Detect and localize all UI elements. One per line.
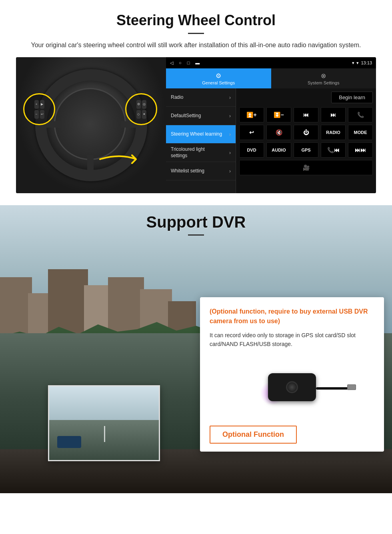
recents-icon: □ [187,60,190,66]
steering-composite: + ▶ − ↩ ⚙ ◎ ◇ ✦ [16,57,376,193]
menu-area: Radio › DefaultSetting › Steering Wheel … [166,88,376,193]
chevron-right-icon: › [229,113,231,119]
chevron-right-icon: › [229,95,231,100]
android-panel: ◁ ○ □ ▬ ▾ ▾ 13:13 ⚙ General Settings [166,57,376,193]
ctrl-power[interactable]: ⏻ [294,125,318,140]
menu-default-label: DefaultSetting [171,113,201,119]
dvr-desc-text: It can record video only to storage in G… [210,331,374,349]
menu-item-default-setting[interactable]: DefaultSetting › [166,107,236,125]
menu-whitelist-label: Whitelist setting [171,168,204,174]
back-icon: ◁ [170,60,173,66]
sw-btn-minus: − [34,110,39,119]
ctrl-hangup[interactable]: ↩ [239,125,264,140]
sw-btn-mode: ▶ [40,100,44,109]
signal-icon: ▾ [352,60,354,66]
section-subtitle: Your original car's steering wheel contr… [24,40,368,50]
menu-radio-label: Radio [171,94,183,101]
section-steering: Steering Wheel Control Your original car… [0,0,392,193]
begin-learn-button[interactable]: Begin learn [331,92,373,103]
sw-btn-phone: ↩ [40,110,44,119]
usb-plug [347,384,356,390]
dvr-title-divider [188,234,204,236]
android-tabs: ⚙ General Settings ⊗ System Settings [166,68,376,88]
menu-item-radio[interactable]: Radio › [166,88,236,107]
sw-btn-r2: ◎ [142,100,146,109]
menu-list: Radio › DefaultSetting › Steering Wheel … [166,88,236,193]
sw-btn-r1: ⚙ [136,100,141,109]
camera-body [268,373,316,401]
wifi-icon: ▾ [356,60,359,66]
optional-function-button[interactable]: Optional Function [210,426,297,444]
android-statusbar: ◁ ○ □ ▬ ▾ ▾ 13:13 [166,57,376,68]
statusbar-icons: ▾ ▾ 13:13 [352,60,372,66]
ctrl-mute[interactable]: 🔇 [266,125,291,140]
steering-photo: + ▶ − ↩ ⚙ ◎ ◇ ✦ [16,57,166,193]
ctrl-mode[interactable]: MODE [348,125,373,140]
menu-icon: ▬ [195,60,200,66]
sw-circle-left: + ▶ − ↩ [23,93,55,125]
sw-background: + ▶ − ↩ ⚙ ◎ ◇ ✦ [16,57,166,193]
camera-assembly [268,373,316,401]
statusbar-nav: ◁ ○ □ ▬ [170,60,200,66]
control-row-3: DVD AUDIO GPS 📞⏮ ⏭⏭ [239,142,373,158]
ctrl-phone-prev[interactable]: 📞⏮ [321,142,346,158]
ctrl-phone[interactable]: 📞 [348,107,373,122]
menu-item-whitelist[interactable]: Whitelist setting › [166,162,236,180]
chevron-right-icon: › [229,168,231,174]
sw-btn-r4: ✦ [142,110,146,119]
ctrl-dvr-icon[interactable]: 🎥 [239,160,373,175]
gear-icon: ⚙ [216,72,221,80]
ctrl-radio[interactable]: RADIO [321,125,346,140]
section-dvr: Support DVR (Optional function, require … [0,205,392,493]
menu-item-steering-wheel-learning[interactable]: Steering Wheel learning › [166,125,236,144]
camera-lens [286,381,298,393]
tab-system-label: System Settings [308,80,339,85]
tab-general-settings[interactable]: ⚙ General Settings [166,68,271,88]
menu-tricoloured-label: Tricoloured lightsettings [171,146,205,159]
dvr-section-title-area: Support DVR [0,213,392,236]
dvr-camera-image [210,355,374,419]
chevron-right-icon: › [229,132,231,137]
begin-learn-row: Begin learn [239,92,373,103]
sw-circle-right: ⚙ ◎ ◇ ✦ [125,93,157,125]
thumb-car [57,436,81,448]
control-row-2: ↩ 🔇 ⏻ RADIO MODE [239,125,373,140]
dvr-preview-thumbnail [48,385,160,461]
title-divider [188,33,204,34]
ctrl-next-track[interactable]: ⏭ [321,107,346,122]
sw-btn-plus: + [34,100,39,109]
camera-cable [316,387,348,390]
ctrl-gps[interactable]: GPS [294,142,318,158]
chevron-right-icon: › [229,150,231,156]
sw-btn-r3: ◇ [136,110,141,119]
ctrl-vol-plus[interactable]: ⏫+ [239,107,264,122]
menu-item-tricoloured[interactable]: Tricoloured lightsettings › [166,144,236,162]
control-row-1: ⏫+ ⏬− ⏮ ⏭ 📞 [239,107,373,122]
tab-general-label: General Settings [202,80,235,85]
dvr-info-card: (Optional function, require to buy exter… [200,297,384,452]
ctrl-skip[interactable]: ⏭⏭ [348,142,373,158]
dvr-section-title: Support DVR [0,213,392,231]
tab-system-settings[interactable]: ⊗ System Settings [271,68,376,88]
ctrl-audio[interactable]: AUDIO [266,142,291,158]
ctrl-vol-minus[interactable]: ⏬− [266,107,291,122]
menu-steering-label: Steering Wheel learning [171,131,222,138]
time-label: 13:13 [361,60,372,65]
home-icon: ○ [179,60,182,66]
sw-left-controls: + ▶ − ↩ [31,97,48,122]
section-title: Steering Wheel Control [16,12,376,29]
sw-right-controls: ⚙ ◎ ◇ ✦ [133,97,150,122]
sw-arrow [96,149,144,169]
ctrl-prev-track[interactable]: ⏮ [294,107,318,122]
ctrl-dvd[interactable]: DVD [239,142,264,158]
thumb-road-line [104,426,105,442]
control-area: Begin learn ⏫+ ⏬− ⏮ ⏭ 📞 ↩ 🔇 ⏻ [236,88,376,193]
control-row-4: 🎥 [239,160,373,175]
system-icon: ⊗ [321,72,326,80]
sw-spoke-bottom [87,155,94,173]
dvr-optional-text: (Optional function, require to buy exter… [210,307,374,326]
